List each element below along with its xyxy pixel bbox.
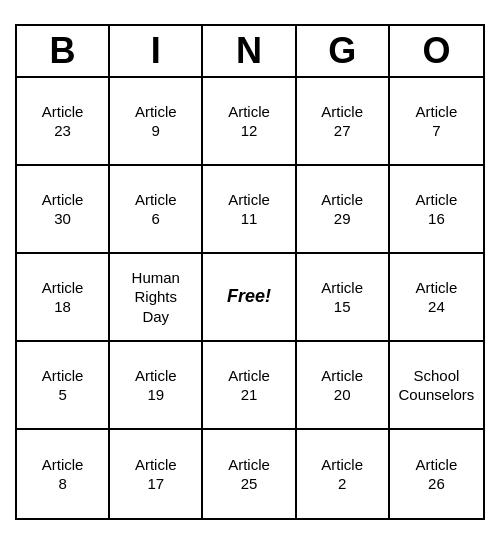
bingo-cell: Article 27 <box>297 78 390 166</box>
cell-text: Article 12 <box>228 102 270 141</box>
cell-text: Article 25 <box>228 455 270 494</box>
cell-text: School Counselors <box>398 366 474 405</box>
cell-text: Human Rights Day <box>132 268 180 327</box>
cell-text: Article 23 <box>42 102 84 141</box>
bingo-cell: Article 24 <box>390 254 483 342</box>
bingo-cell: Article 6 <box>110 166 203 254</box>
bingo-cell: Article 9 <box>110 78 203 166</box>
cell-text: Article 21 <box>228 366 270 405</box>
bingo-cell: Article 29 <box>297 166 390 254</box>
bingo-cell: Article 30 <box>17 166 110 254</box>
bingo-cell: Article 11 <box>203 166 296 254</box>
free-cell: Free! <box>203 254 296 342</box>
bingo-cell: Article 26 <box>390 430 483 518</box>
bingo-cell: Article 18 <box>17 254 110 342</box>
bingo-header-letter: O <box>390 26 483 76</box>
bingo-header: BINGO <box>17 26 483 78</box>
cell-text: Article 17 <box>135 455 177 494</box>
cell-text: Article 2 <box>321 455 363 494</box>
bingo-grid: Article 23Article 9Article 12Article 27A… <box>17 78 483 518</box>
cell-text: Article 7 <box>416 102 458 141</box>
bingo-header-letter: I <box>110 26 203 76</box>
cell-text: Article 19 <box>135 366 177 405</box>
cell-text: Article 29 <box>321 190 363 229</box>
cell-text: Article 27 <box>321 102 363 141</box>
bingo-header-letter: B <box>17 26 110 76</box>
cell-text: Article 24 <box>416 278 458 317</box>
cell-text: Article 5 <box>42 366 84 405</box>
cell-text: Article 30 <box>42 190 84 229</box>
cell-text: Article 11 <box>228 190 270 229</box>
bingo-cell: School Counselors <box>390 342 483 430</box>
bingo-header-letter: N <box>203 26 296 76</box>
bingo-cell: Article 17 <box>110 430 203 518</box>
cell-text: Article 6 <box>135 190 177 229</box>
bingo-cell: Article 20 <box>297 342 390 430</box>
bingo-cell: Article 8 <box>17 430 110 518</box>
bingo-header-letter: G <box>297 26 390 76</box>
cell-text: Article 8 <box>42 455 84 494</box>
bingo-cell: Article 23 <box>17 78 110 166</box>
cell-text: Article 16 <box>416 190 458 229</box>
cell-text: Article 18 <box>42 278 84 317</box>
cell-text: Article 26 <box>416 455 458 494</box>
bingo-cell: Human Rights Day <box>110 254 203 342</box>
cell-text: Free! <box>227 285 271 308</box>
bingo-cell: Article 5 <box>17 342 110 430</box>
bingo-cell: Article 2 <box>297 430 390 518</box>
bingo-cell: Article 21 <box>203 342 296 430</box>
bingo-card: BINGO Article 23Article 9Article 12Artic… <box>15 24 485 520</box>
bingo-cell: Article 12 <box>203 78 296 166</box>
cell-text: Article 9 <box>135 102 177 141</box>
bingo-cell: Article 25 <box>203 430 296 518</box>
bingo-cell: Article 19 <box>110 342 203 430</box>
bingo-cell: Article 16 <box>390 166 483 254</box>
cell-text: Article 20 <box>321 366 363 405</box>
bingo-cell: Article 7 <box>390 78 483 166</box>
cell-text: Article 15 <box>321 278 363 317</box>
bingo-cell: Article 15 <box>297 254 390 342</box>
